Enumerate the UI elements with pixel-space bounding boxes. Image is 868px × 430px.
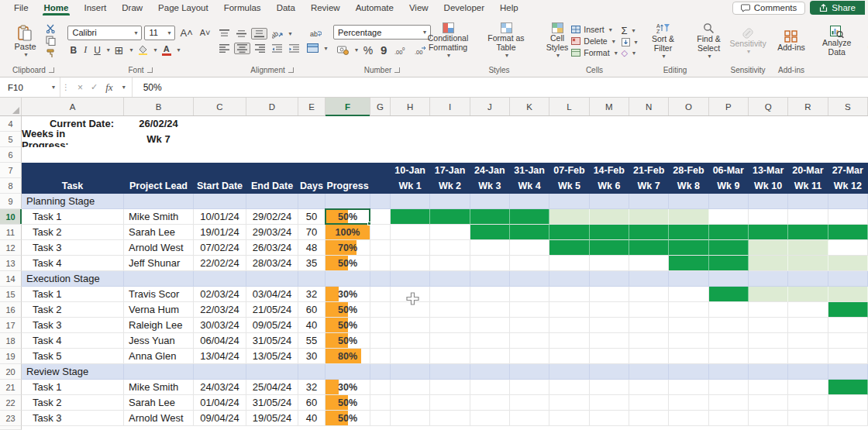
gantt-bar-complete-N12[interactable] — [629, 240, 669, 256]
col-header-M[interactable]: M — [590, 98, 629, 115]
empty-cells-4[interactable] — [194, 116, 868, 132]
cell-G17[interactable] — [370, 318, 391, 333]
gantt-bar-complete-K11[interactable] — [510, 225, 549, 240]
align-left-icon[interactable] — [217, 43, 232, 53]
cell-Q14[interactable] — [749, 271, 788, 287]
underline-dropdown-chevron[interactable]: ▾ — [107, 46, 110, 53]
tab-insert[interactable]: Insert — [76, 0, 114, 15]
cell-D11[interactable]: 29/03/24 — [246, 225, 298, 240]
merge-center-icon[interactable] — [305, 43, 321, 53]
cancel-icon[interactable]: × — [78, 82, 83, 93]
cell-H20[interactable] — [391, 364, 430, 380]
row-header-11[interactable]: 11 — [0, 225, 22, 240]
cell-H13[interactable] — [391, 256, 430, 271]
gantt-bar-complete-P13[interactable] — [709, 256, 749, 271]
cell-N20[interactable] — [629, 364, 669, 380]
col-header-N[interactable]: N — [629, 98, 669, 115]
col-header-G[interactable]: G — [370, 98, 391, 115]
cell-G10[interactable] — [370, 209, 391, 225]
font-size-select[interactable]: 11▾ — [144, 26, 175, 40]
gantt-bar-remaining-Q12[interactable] — [749, 240, 788, 256]
cell-N19[interactable] — [629, 349, 669, 364]
align-middle-icon[interactable] — [234, 29, 249, 39]
progress-cell-F17[interactable]: 50% — [326, 318, 370, 333]
cell-B13[interactable]: Jeff Shunar — [124, 256, 194, 271]
cell-H12[interactable] — [391, 240, 430, 256]
gantt-bar-complete-O12[interactable] — [669, 240, 708, 256]
cell-R23[interactable] — [788, 411, 828, 426]
cell-A13[interactable]: Task 4 — [22, 256, 124, 271]
cell-G19[interactable] — [370, 349, 391, 364]
cell-B20[interactable] — [124, 364, 194, 380]
row-header-13[interactable]: 13 — [0, 256, 22, 271]
cell-C21[interactable]: 24/03/24 — [194, 380, 246, 395]
increase-font-icon[interactable]: A˄ — [177, 26, 195, 40]
gantt-bar-complete-N11[interactable] — [629, 225, 669, 240]
cell-E15[interactable]: 32 — [298, 287, 326, 302]
cell-A22[interactable]: Task 2 — [22, 395, 124, 411]
cell-P23[interactable] — [709, 411, 749, 426]
progress-cell-F23[interactable]: 50% — [326, 411, 370, 426]
gantt-bar-complete-P11[interactable] — [709, 225, 749, 240]
col-header-A[interactable]: A — [22, 98, 124, 115]
cell-I9[interactable] — [430, 194, 470, 209]
cell-G20[interactable] — [370, 364, 391, 380]
cell-C10[interactable]: 10/01/24 — [194, 209, 246, 225]
cell-Q21[interactable] — [749, 380, 788, 395]
cell-D19[interactable]: 13/05/24 — [246, 349, 298, 364]
format-as-table-button[interactable]: Format as Table▾ — [481, 22, 531, 60]
cell-D9[interactable] — [246, 194, 298, 209]
cell-R22[interactable] — [788, 395, 828, 411]
cell-Q19[interactable] — [749, 349, 788, 364]
cell-B4[interactable]: 26/02/24 — [124, 116, 194, 132]
cell-L14[interactable] — [549, 271, 589, 287]
fill-color-dropdown-chevron[interactable]: ▾ — [154, 46, 157, 53]
gantt-bar-remaining-Q15[interactable] — [749, 287, 788, 302]
insert-cells-button[interactable]: Insert▾ — [571, 25, 611, 34]
gantt-bar-complete-L11[interactable] — [549, 225, 589, 240]
col-header-D[interactable]: D — [246, 98, 298, 115]
gantt-bar-remaining-M10[interactable] — [590, 209, 629, 225]
cell-L19[interactable] — [549, 349, 589, 364]
cell-S22[interactable] — [828, 395, 868, 411]
cell-B5[interactable]: Wk 7 — [124, 132, 194, 147]
cell-O21[interactable] — [669, 380, 708, 395]
cell-H14[interactable] — [391, 271, 430, 287]
row-header-23[interactable]: 23 — [0, 411, 22, 426]
row-header-7[interactable]: 7 — [0, 163, 22, 178]
progress-cell-F21[interactable]: 30% — [326, 380, 370, 395]
col-header-H[interactable]: H — [391, 98, 430, 115]
cell-I16[interactable] — [430, 302, 470, 318]
cell-K9[interactable] — [510, 194, 549, 209]
cell-L22[interactable] — [549, 395, 589, 411]
gantt-bar-complete-S16[interactable] — [828, 302, 868, 318]
cell-B18[interactable]: Jess Yuan — [124, 333, 194, 349]
cell-I14[interactable] — [430, 271, 470, 287]
cell-K14[interactable] — [510, 271, 549, 287]
orientation-icon[interactable]: ab — [270, 29, 285, 40]
cell-D14[interactable] — [246, 271, 298, 287]
gantt-bar-remaining-Q13[interactable] — [749, 256, 788, 271]
cell-M13[interactable] — [590, 256, 629, 271]
gantt-bar-complete-L12[interactable] — [549, 240, 589, 256]
font-color-icon[interactable]: A — [160, 44, 174, 57]
cell-B9[interactable] — [124, 194, 194, 209]
cell-O18[interactable] — [669, 333, 708, 349]
empty-cells-5[interactable] — [194, 132, 868, 147]
row-header-24[interactable] — [0, 426, 22, 430]
section-title-20[interactable]: Review Stage — [22, 364, 124, 380]
row-header-20[interactable]: 20 — [0, 364, 22, 380]
align-right-icon[interactable] — [253, 43, 267, 53]
cell-C23[interactable]: 09/04/24 — [194, 411, 246, 426]
cell-G15[interactable] — [370, 287, 391, 302]
cell-Q18[interactable] — [749, 333, 788, 349]
cell-E18[interactable]: 55 — [298, 333, 326, 349]
cell-N9[interactable] — [629, 194, 669, 209]
progress-cell-F22[interactable]: 50% — [326, 395, 370, 411]
cell-S20[interactable] — [828, 364, 868, 380]
cell-E23[interactable]: 40 — [298, 411, 326, 426]
gantt-bar-complete-P12[interactable] — [709, 240, 749, 256]
tab-file[interactable]: File — [6, 0, 36, 15]
row-header-16[interactable]: 16 — [0, 302, 22, 318]
cell-A15[interactable]: Task 1 — [22, 287, 124, 302]
